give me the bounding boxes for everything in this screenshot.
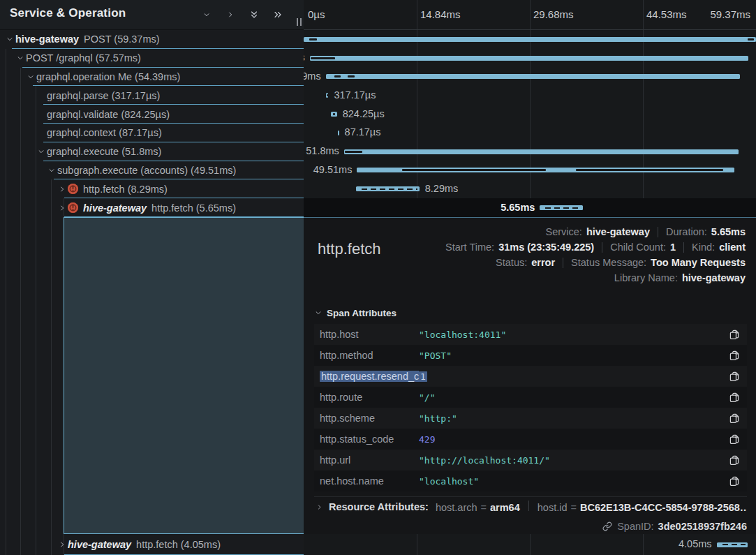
axis-tick-label: 44.53ms	[646, 8, 687, 20]
attribute-row: net.host.name"localhost"	[314, 471, 747, 491]
timeline-row: 317.17µs	[304, 86, 756, 105]
attribute-value: "/"	[419, 392, 729, 403]
span-bar[interactable]	[331, 112, 337, 117]
span-tree-row[interactable]: graphql.execute (51.8ms)	[0, 142, 304, 161]
critical-path-mark	[748, 38, 753, 40]
span-tree-row[interactable]: graphql.context (87.17µs)	[0, 124, 304, 142]
span-tree-header: Service & Operation	[0, 0, 304, 30]
span-bar[interactable]	[540, 205, 583, 210]
span-operation-label: graphql.validate (824.25µs)	[47, 109, 170, 120]
span-tree-row[interactable]: graphql.operation Me (54.39ms)	[0, 68, 304, 87]
expand-one-icon[interactable]	[224, 8, 237, 21]
indent-guide	[6, 49, 6, 555]
span-bar[interactable]	[304, 37, 756, 42]
copy-icon[interactable]	[729, 476, 740, 487]
chevron-right-icon[interactable]	[57, 186, 67, 193]
span-operation-label: graphql.parse (317.17µs)	[47, 90, 160, 101]
span-operation-label: graphql.execute (51.8ms)	[47, 146, 161, 157]
span-duration-label: 51.8ms	[306, 145, 339, 156]
span-bar[interactable]	[326, 74, 741, 79]
span-tree-row[interactable]: POST /graphql (57.57ms)	[0, 49, 304, 68]
equals-sign: =	[570, 502, 576, 513]
span-duration-label: 317.17µs	[334, 89, 376, 101]
attribute-key: http.request.resend_count	[320, 371, 419, 382]
span-service-name: hive-gateway	[68, 539, 131, 550]
span-bar[interactable]	[344, 149, 739, 154]
chevron-down-icon[interactable]	[26, 73, 36, 80]
copy-icon[interactable]	[729, 392, 740, 403]
attribute-key: http.host	[320, 329, 419, 340]
resource-key: host.arch	[436, 502, 477, 513]
span-tree-row[interactable]: hive-gatewayhttp.fetch (4.05ms)	[0, 534, 304, 555]
selected-span-indent-panel	[64, 217, 304, 534]
timeline-row	[304, 30, 756, 49]
span-bar[interactable]	[326, 93, 328, 98]
span-tree-row[interactable]: graphql.validate (824.25µs)	[0, 105, 304, 124]
span-bar[interactable]	[717, 542, 748, 547]
collapse-all-icon[interactable]	[248, 8, 260, 21]
critical-path-mark	[327, 94, 329, 96]
attribute-key: http.scheme	[320, 413, 419, 424]
meta-value: 31ms (23:35:49.225)	[498, 242, 594, 253]
copy-icon[interactable]	[729, 455, 740, 466]
meta-label: Library Name:	[614, 272, 678, 283]
chevron-down-icon[interactable]	[47, 167, 57, 174]
span-duration-label: 49.51ms	[313, 164, 353, 175]
attribute-row: http.request.resend_count1	[314, 366, 747, 387]
copy-icon[interactable]	[729, 371, 740, 382]
span-operation-label: http.fetch (8.29ms)	[83, 184, 168, 195]
copy-icon[interactable]	[729, 434, 740, 445]
chevron-right-icon[interactable]	[57, 205, 67, 212]
indent-guide	[36, 86, 36, 555]
pane-resize-handle[interactable]	[297, 18, 302, 26]
attribute-value: "localhost:4011"	[419, 330, 729, 340]
span-duration-label: 54.39ms	[304, 71, 321, 82]
meta-label: Status:	[496, 257, 527, 268]
span-tree-row[interactable]: !http.fetch (8.29ms)	[0, 179, 304, 198]
span-attributes-toggle[interactable]: Span Attributes	[315, 308, 396, 318]
span-tree-row[interactable]: subgraph.execute (accounts) (49.51ms)	[0, 161, 304, 180]
copy-icon[interactable]	[729, 350, 740, 361]
meta-divider	[658, 227, 658, 237]
attribute-key: http.method	[320, 350, 419, 361]
span-bar[interactable]	[357, 168, 734, 172]
collapse-one-icon[interactable]	[200, 8, 213, 21]
resource-attributes-toggle[interactable]: Resource Attributes: host.arch=arm64host…	[314, 496, 747, 517]
attribute-value: 1	[419, 371, 729, 382]
trace-viewer: Service & Operation hive-gatewayPOST (59…	[0, 0, 756, 555]
copy-icon[interactable]	[729, 330, 740, 340]
span-bar[interactable]	[356, 186, 419, 191]
axis-tick-label: 14.84ms	[420, 8, 461, 20]
meta-value: hive-gateway	[682, 272, 746, 283]
attribute-row: http.url"http://localhost:4011/"	[314, 450, 747, 471]
chevron-right-icon	[316, 504, 323, 510]
expand-all-icon[interactable]	[272, 8, 284, 21]
span-duration-label: 4.05ms	[679, 538, 712, 549]
span-detail-meta: Service:hive-gatewayDuration:5.65msStart…	[445, 224, 746, 286]
chevron-right-icon[interactable]	[57, 541, 67, 548]
span-bar[interactable]	[310, 56, 748, 61]
span-tree-row[interactable]: !hive-gatewayhttp.fetch (5.65ms)	[0, 198, 304, 217]
critical-path-dashes	[358, 188, 417, 190]
span-bar[interactable]	[338, 131, 339, 135]
timeline-row: 8.29ms	[304, 179, 756, 198]
span-id-label: SpanID:	[617, 521, 653, 532]
span-tree-row[interactable]: hive-gatewayPOST (59.37ms)	[0, 30, 304, 49]
span-id-value: 3de02518937fb246	[658, 521, 747, 532]
resource-value: arm64	[490, 502, 520, 513]
attribute-value: "localhost"	[419, 476, 729, 487]
attribute-key: http.url	[320, 454, 419, 466]
meta-divider	[602, 242, 602, 253]
chevron-down-icon[interactable]	[5, 36, 15, 43]
chevron-down-icon[interactable]	[36, 148, 46, 155]
span-meta-line: Start Time:31ms (23:35:49.225)Child Coun…	[445, 239, 746, 255]
chevron-down-icon[interactable]	[15, 54, 25, 61]
span-meta-line: Library Name:hive-gateway	[445, 270, 746, 286]
span-operation-label: graphql.context (87.17µs)	[47, 127, 162, 138]
link-icon[interactable]	[602, 521, 617, 531]
copy-icon[interactable]	[729, 413, 740, 424]
span-operation-label: POST /graphql (57.57ms)	[26, 52, 141, 64]
span-service-name: hive-gateway	[15, 34, 79, 45]
error-icon: !	[68, 184, 78, 194]
span-tree-row[interactable]: graphql.parse (317.17µs)	[0, 86, 304, 105]
